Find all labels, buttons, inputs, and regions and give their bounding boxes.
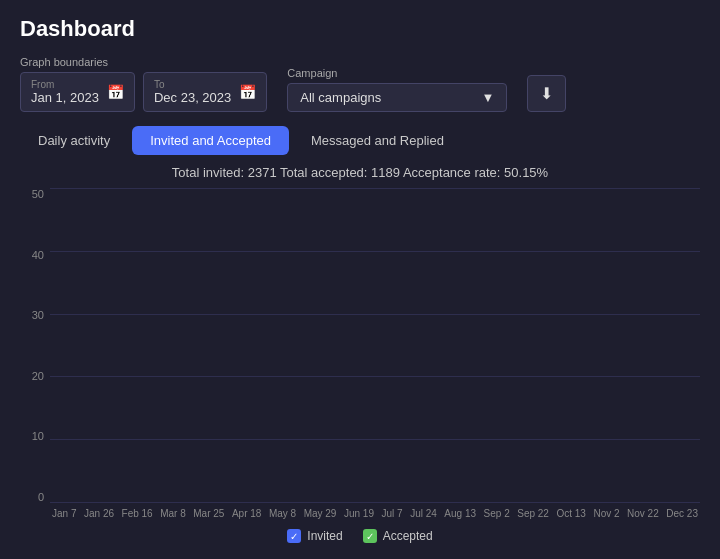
x-label: Apr 18 bbox=[232, 508, 261, 519]
to-date-field[interactable]: To Dec 23, 2023 📅 bbox=[143, 72, 267, 112]
to-label: To bbox=[154, 79, 231, 90]
x-label: Jul 24 bbox=[410, 508, 437, 519]
y-label-40: 40 bbox=[32, 249, 44, 261]
page-title: Dashboard bbox=[20, 16, 700, 42]
from-calendar-icon: 📅 bbox=[107, 84, 124, 100]
y-label-0: 0 bbox=[38, 491, 44, 503]
accepted-label: Accepted bbox=[383, 529, 433, 543]
tab-daily-activity[interactable]: Daily activity bbox=[20, 126, 128, 155]
download-button[interactable]: ⬇ bbox=[527, 75, 566, 112]
chart-inner: Jan 7Jan 26Feb 16Mar 8Mar 25Apr 18May 8M… bbox=[50, 188, 700, 523]
dashboard-page: Dashboard Graph boundaries From Jan 1, 2… bbox=[0, 0, 720, 559]
graph-boundaries-label: Graph boundaries bbox=[20, 56, 267, 68]
x-label: Jul 7 bbox=[382, 508, 403, 519]
y-axis: 50 40 30 20 10 0 bbox=[20, 188, 50, 523]
campaign-label: Campaign bbox=[287, 67, 507, 79]
stats-text: Total invited: 2371 Total accepted: 1189… bbox=[172, 165, 548, 180]
x-label: Mar 8 bbox=[160, 508, 186, 519]
download-icon: ⬇ bbox=[540, 84, 553, 103]
date-inputs: From Jan 1, 2023 📅 To Dec 23, 2023 📅 bbox=[20, 72, 267, 112]
legend: ✓ Invited ✓ Accepted bbox=[20, 529, 700, 543]
to-value: Dec 23, 2023 bbox=[154, 90, 231, 105]
campaign-select[interactable]: All campaigns ▼ bbox=[287, 83, 507, 112]
x-label: Nov 22 bbox=[627, 508, 659, 519]
invited-checkbox[interactable]: ✓ bbox=[287, 529, 301, 543]
stats-row: Total invited: 2371 Total accepted: 1189… bbox=[20, 165, 700, 180]
y-label-10: 10 bbox=[32, 430, 44, 442]
x-label: Jan 7 bbox=[52, 508, 76, 519]
y-label-20: 20 bbox=[32, 370, 44, 382]
invited-label: Invited bbox=[307, 529, 342, 543]
legend-accepted: ✓ Accepted bbox=[363, 529, 433, 543]
chart-area: 50 40 30 20 10 0 Jan 7Jan 2 bbox=[20, 188, 700, 523]
to-calendar-icon: 📅 bbox=[239, 84, 256, 100]
campaign-value: All campaigns bbox=[300, 90, 473, 105]
chevron-down-icon: ▼ bbox=[481, 90, 494, 105]
legend-invited: ✓ Invited bbox=[287, 529, 342, 543]
controls-row: Graph boundaries From Jan 1, 2023 📅 To D… bbox=[20, 56, 700, 112]
tabs-row: Daily activity Invited and Accepted Mess… bbox=[20, 126, 700, 155]
y-label-30: 30 bbox=[32, 309, 44, 321]
y-label-50: 50 bbox=[32, 188, 44, 200]
chart-container: 50 40 30 20 10 0 Jan 7Jan 2 bbox=[20, 188, 700, 543]
x-label: Jan 26 bbox=[84, 508, 114, 519]
x-axis: Jan 7Jan 26Feb 16Mar 8Mar 25Apr 18May 8M… bbox=[50, 503, 700, 523]
x-label: Jun 19 bbox=[344, 508, 374, 519]
accepted-checkbox[interactable]: ✓ bbox=[363, 529, 377, 543]
x-label: Sep 2 bbox=[484, 508, 510, 519]
x-label: Dec 23 bbox=[666, 508, 698, 519]
tab-messaged-replied[interactable]: Messaged and Replied bbox=[293, 126, 462, 155]
x-label: May 29 bbox=[304, 508, 337, 519]
x-label: Sep 22 bbox=[517, 508, 549, 519]
x-label: Feb 16 bbox=[122, 508, 153, 519]
from-date-field[interactable]: From Jan 1, 2023 📅 bbox=[20, 72, 135, 112]
bars-container bbox=[50, 188, 700, 503]
graph-boundaries-group: Graph boundaries From Jan 1, 2023 📅 To D… bbox=[20, 56, 267, 112]
x-label: Nov 2 bbox=[593, 508, 619, 519]
x-label: Aug 13 bbox=[444, 508, 476, 519]
x-label: May 8 bbox=[269, 508, 296, 519]
x-label: Oct 13 bbox=[556, 508, 585, 519]
tab-invited-accepted[interactable]: Invited and Accepted bbox=[132, 126, 289, 155]
campaign-group: Campaign All campaigns ▼ bbox=[287, 67, 507, 112]
from-value: Jan 1, 2023 bbox=[31, 90, 99, 105]
from-label: From bbox=[31, 79, 99, 90]
x-label: Mar 25 bbox=[193, 508, 224, 519]
